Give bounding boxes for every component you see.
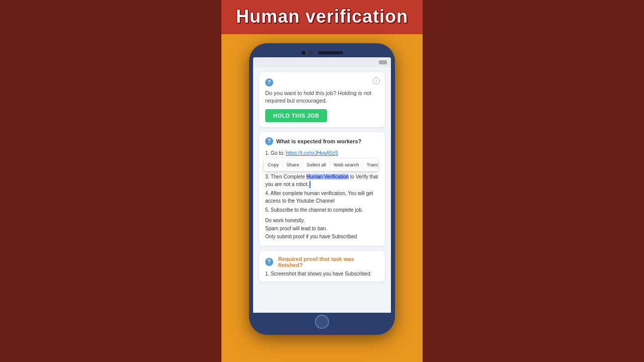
step-3: 3. Then Complete Human Verification to V… bbox=[265, 173, 379, 188]
context-menu: Copy Share Select all Web search Transla… bbox=[264, 159, 378, 171]
camera-icon bbox=[301, 50, 306, 55]
sensor-icon bbox=[309, 51, 313, 55]
context-translate[interactable]: Translate bbox=[363, 159, 378, 171]
step-5: 5. Subscribe to the channel to complete … bbox=[265, 206, 379, 214]
human-verification-highlight: Human Verification bbox=[306, 174, 349, 179]
note-2: Spam proof will lead to ban. bbox=[265, 225, 379, 233]
status-indicator bbox=[379, 60, 387, 64]
bg-overlay-right bbox=[423, 0, 644, 362]
step-1-link[interactable]: https://t.co/srJHvaA5zS bbox=[286, 150, 338, 156]
step-1: 1. Go to: https://t.co/srJHvaA5zS bbox=[265, 149, 379, 157]
workers-question-icon: ? bbox=[265, 137, 273, 145]
step-list: 1. Go to: https://t.co/srJHvaA5zS Copy S… bbox=[265, 149, 379, 214]
red-banner: Human verification bbox=[221, 0, 423, 34]
speaker-icon bbox=[318, 51, 343, 54]
proof-title-row: ? Required proof that task was finished? bbox=[265, 256, 379, 268]
context-web-search[interactable]: Web search bbox=[330, 159, 363, 171]
note-3: Only submit proof if you have Subscribed bbox=[265, 233, 379, 241]
bg-overlay-left bbox=[0, 0, 221, 362]
banner-title: Human verification bbox=[226, 6, 418, 27]
phone-bottom bbox=[253, 313, 391, 331]
context-copy[interactable]: Copy bbox=[264, 159, 283, 171]
home-button[interactable] bbox=[315, 315, 329, 329]
screen-content: ? i Do you want to hold this job? Holdin… bbox=[253, 67, 391, 292]
info-icon: i bbox=[373, 77, 380, 84]
hold-job-block: ? i Do you want to hold this job? Holdin… bbox=[259, 72, 385, 127]
phone-top bbox=[253, 47, 391, 57]
phone-screen: ? i Do you want to hold this job? Holdin… bbox=[253, 57, 391, 313]
context-share[interactable]: Share bbox=[283, 159, 303, 171]
proof-title: Required proof that task was finished? bbox=[278, 256, 379, 268]
hold-text: Do you want to hold this job? Holding is… bbox=[265, 89, 379, 105]
note-1: Do work honestly. bbox=[265, 217, 379, 225]
workers-block: ? What is expected from workers? 1. Go t… bbox=[259, 132, 385, 246]
phone: ? i Do you want to hold this job? Holdin… bbox=[249, 43, 395, 335]
hold-question-icon: ? bbox=[265, 78, 273, 86]
status-bar bbox=[253, 57, 391, 67]
workers-title: What is expected from workers? bbox=[276, 138, 361, 144]
hold-this-job-button[interactable]: HOLD THIS JOB bbox=[265, 109, 327, 122]
proof-step-1: 1. Screenshot that shows you have Subscr… bbox=[265, 271, 379, 277]
workers-title-row: ? What is expected from workers? bbox=[265, 137, 379, 145]
step-4: 4. After complete human verification, Yo… bbox=[265, 190, 379, 205]
text-cursor bbox=[309, 181, 310, 188]
notes: Do work honestly. Spam proof will lead t… bbox=[265, 217, 379, 241]
proof-block: ? Required proof that task was finished?… bbox=[259, 251, 385, 282]
center-area: Human verification ? i Do you want to ho… bbox=[221, 0, 423, 362]
context-select-all[interactable]: Select all bbox=[303, 159, 331, 171]
proof-question-icon: ? bbox=[265, 258, 273, 266]
